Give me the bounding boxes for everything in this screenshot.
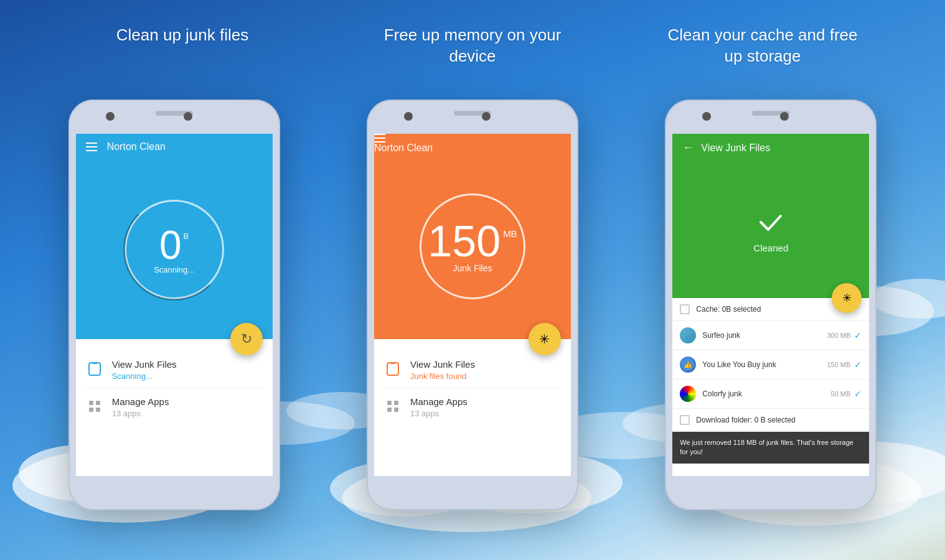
svg-rect-22 [387,363,398,375]
surfeo-icon [680,327,696,343]
phone3-cleaned-label: Cleaned [753,243,788,253]
phone2-top: Norton Clean 150 MB Junk Files ✳ [374,134,571,339]
phone-2: Norton Clean 150 MB Junk Files ✳ [367,100,578,510]
svg-rect-16 [89,363,100,375]
svg-text:👍: 👍 [684,360,692,369]
phone1-scan-circle: 0 B Scanning... [125,200,224,299]
phone3-top: ← View Junk Files Cleaned ✳ [672,134,869,298]
phone2-phone-icon [384,360,402,378]
header-title-3: Clean your cache and free up storage [663,25,862,67]
phone3-toolbar: ← View Junk Files [672,134,869,162]
header-title-1: Clean up junk files [83,25,282,67]
svg-rect-23 [390,362,395,364]
ylyb-icon: 👍 [680,357,696,373]
phone1-fab[interactable]: ↻ [230,323,263,355]
phone2-junk-circle: 150 MB Junk Files [420,194,525,299]
svg-rect-18 [89,401,93,405]
back-arrow-icon[interactable]: ← [682,141,693,154]
phone2-junk-unit: MB [503,228,517,239]
svg-rect-24 [387,401,392,405]
phone3-fab[interactable]: ✳ [832,283,862,313]
phone2-junk-area: 150 MB Junk Files [374,154,571,339]
phone2-camera-right [482,112,491,121]
phone1-top: Norton Clean 0 B Scanning... ↻ [76,134,273,339]
phone3-cleaned-area: Cleaned [672,162,869,298]
phone3-bottom-text: We just removed 118 MB of junk files. Th… [680,439,853,455]
surfeo-label: Surfeo junk [702,331,827,340]
phone2-screen: Norton Clean 150 MB Junk Files ✳ [374,134,571,476]
svg-rect-25 [394,401,398,405]
phone3-surfeo-row[interactable]: Surfeo junk 300 MB ✓ [672,321,869,350]
phone1-camera-left [106,112,115,121]
download-checkbox[interactable] [680,415,690,425]
phone2-manage-apps-text: Manage Apps 13 apps [410,396,468,418]
phone1-screen: Norton Clean 0 B Scanning... ↻ [76,134,273,476]
svg-rect-27 [394,408,398,412]
phone1-toolbar: Norton Clean [76,134,273,160]
header-titles: Clean up junk files Free up memory on yo… [0,0,945,67]
colorfy-check-icon: ✓ [854,389,862,399]
phone3-camera-right [780,112,789,121]
phone1-camera-right [184,112,192,121]
phone1-view-junk-text: View Junk Files Scanning... [112,359,177,381]
phone2-view-junk-sub: Junk files found [410,371,475,381]
phone1-view-junk-item[interactable]: View Junk Files Scanning... [86,352,263,389]
checkmark-icon [755,207,786,238]
phone3-fan-icon: ✳ [842,291,852,305]
hamburger-icon[interactable] [86,142,97,151]
phone1-scan-status: Scanning... [154,265,194,274]
phone3-ylyb-row[interactable]: 👍 You Like You Buy junk 150 MB ✓ [672,350,869,380]
phone1-scan-area: 0 B Scanning... [76,160,273,339]
phone2-app-title: Norton Clean [374,142,433,153]
fan-icon: ✳ [539,332,550,347]
phone1-manage-apps-sub: 13 apps [112,409,169,418]
phone3-download-label: Download folder: 0 B selected [696,416,862,424]
colorfy-icon [680,386,696,402]
phone3-screen: ← View Junk Files Cleaned ✳ [672,134,869,476]
svg-rect-21 [96,408,100,412]
phone1-manage-apps-text: Manage Apps 13 apps [112,396,169,418]
colorfy-label: Colorfy junk [702,390,830,398]
phone3-download-row[interactable]: Download folder: 0 B selected [672,409,869,432]
phone1-view-junk-title: View Junk Files [112,359,177,370]
svg-rect-26 [387,408,392,412]
phone-3: ← View Junk Files Cleaned ✳ [665,100,877,510]
phone-icon [86,360,103,378]
colorfy-size: 50 MB [831,390,851,398]
surfeo-check-icon: ✓ [854,330,862,340]
phone2-view-junk-title: View Junk Files [410,359,475,370]
phone1-scan-unit: B [184,231,189,241]
phone2-manage-apps-title: Manage Apps [410,396,468,407]
phone3-camera-left [702,112,711,121]
phone-1: Norton Clean 0 B Scanning... ↻ [68,100,280,510]
phone1-view-junk-sub: Scanning... [112,371,177,381]
phone1-app-title: Norton Clean [107,141,166,152]
phone2-junk-number: 150 [428,220,501,263]
ylyb-label: You Like You Buy junk [702,360,827,369]
phone2-manage-apps-sub: 13 apps [410,409,468,418]
svg-rect-19 [96,401,100,405]
svg-rect-20 [89,408,93,412]
phone3-bottom-message: We just removed 118 MB of junk files. Th… [672,432,869,464]
phone1-manage-apps-title: Manage Apps [112,396,169,407]
grid-icon [86,398,103,415]
phone2-toolbar: Norton Clean [374,134,571,154]
phone3-colorfy-row[interactable]: Colorfy junk 50 MB ✓ [672,380,869,409]
phone2-view-junk-item[interactable]: View Junk Files Junk files found [384,352,561,389]
phone2-view-junk-text: View Junk Files Junk files found [410,359,475,381]
ylyb-size: 150 MB [827,361,850,368]
svg-rect-17 [92,362,97,364]
phone2-manage-apps-item[interactable]: Manage Apps 13 apps [384,389,561,426]
phone1-manage-apps-item[interactable]: Manage Apps 13 apps [86,389,263,426]
cache-checkbox[interactable] [680,304,690,314]
phone1-scan-number: 0 [159,225,182,265]
header-title-2: Free up memory on your device [373,25,572,67]
ylyb-check-icon: ✓ [854,360,862,370]
phone2-camera-left [404,112,413,121]
surfeo-size: 300 MB [827,332,850,339]
phone2-fab[interactable]: ✳ [529,323,561,355]
phone2-grid-icon [384,398,402,415]
phone3-list: Cache: 0B selected Surfeo junk 300 MB ✓ … [672,298,869,464]
phones-container: Norton Clean 0 B Scanning... ↻ [0,100,945,510]
phone2-hamburger-icon[interactable] [374,134,561,142]
